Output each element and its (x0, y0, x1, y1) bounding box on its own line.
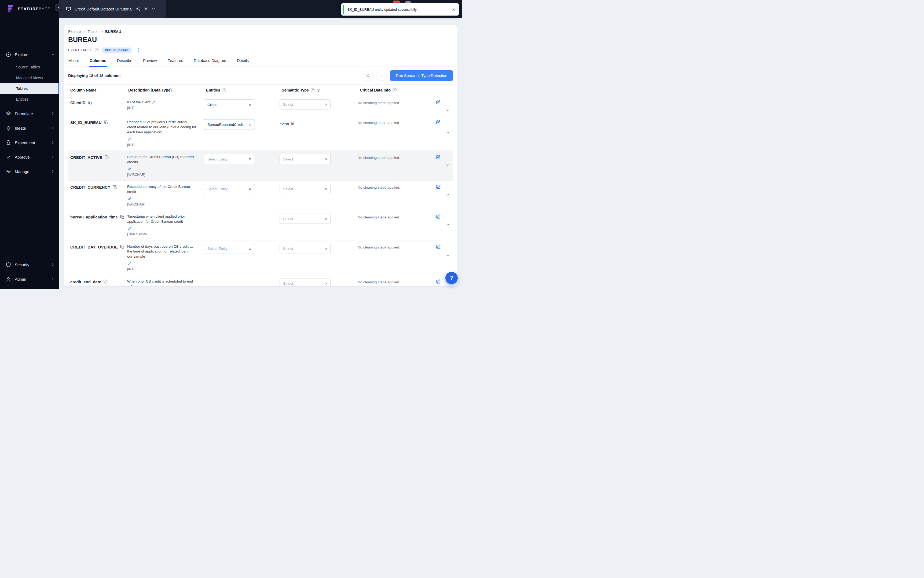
status-badge: PUBLIC_DRAFT (102, 47, 132, 53)
breadcrumb-separator: > (101, 30, 103, 34)
entity-chip[interactable]: Client × (204, 99, 255, 110)
chevron-right-icon (51, 170, 55, 173)
search-button[interactable] (363, 71, 373, 81)
entity-select[interactable]: Select Entity (204, 184, 255, 194)
chevrons-updown-icon (248, 247, 252, 251)
semantic-type-select[interactable]: Select × (280, 99, 331, 109)
edit-description-icon[interactable] (152, 101, 156, 104)
copy-icon[interactable] (105, 155, 109, 160)
chevron-right-icon (51, 263, 55, 266)
sidebar-item-formulate[interactable]: Formulate (0, 106, 59, 121)
critical-data-info: No cleaning steps applied. (358, 151, 428, 163)
help-circle-icon[interactable]: ? (222, 88, 226, 92)
chevron-down-icon[interactable] (446, 222, 450, 227)
chevron-down-icon[interactable] (446, 193, 450, 197)
sidebar-item-ideate[interactable]: Ideate (0, 121, 59, 135)
copy-icon[interactable] (88, 101, 92, 105)
copy-icon[interactable] (104, 120, 109, 125)
sidebar-item-entities[interactable]: Entities (0, 94, 59, 105)
search-icon (366, 73, 370, 78)
semantic-type-select[interactable]: Select × (280, 279, 331, 286)
semantic-type-select[interactable]: Select × (280, 244, 331, 254)
chevron-down-icon[interactable] (446, 108, 450, 112)
edit-row-icon[interactable] (436, 214, 441, 219)
edit-description-icon[interactable] (128, 227, 131, 231)
sidebar-item-manage[interactable]: Manage (0, 164, 59, 179)
copy-icon[interactable] (120, 245, 125, 249)
clear-select-icon[interactable]: × (325, 157, 327, 162)
critical-data-info: No cleaning steps applied. (358, 180, 428, 193)
data-type: [VARCHAR] (127, 172, 197, 177)
chevron-down-icon (51, 53, 55, 56)
table-row: CREDIT_CURRENCY Recoded currency of the … (68, 180, 453, 210)
close-icon[interactable]: × (452, 7, 455, 12)
entity-select[interactable]: Select Entity (204, 244, 255, 254)
edit-row-icon[interactable] (436, 279, 441, 284)
edit-row-icon[interactable] (436, 184, 441, 189)
sidebar-item-explore[interactable]: Explore (0, 47, 59, 62)
tab-columns[interactable]: Columns (89, 56, 107, 67)
remove-entity-icon[interactable]: × (249, 122, 251, 127)
sidebar-item-experiment[interactable]: Experiment (0, 135, 59, 150)
sidebar-item-approve[interactable]: Approve (0, 150, 59, 164)
chevron-down-icon[interactable] (152, 7, 156, 11)
critical-data-info: No cleaning steps applied. (358, 116, 428, 128)
chevron-down-icon[interactable] (446, 253, 450, 258)
edit-description-icon[interactable] (128, 197, 131, 201)
entity-chip[interactable]: BureauReportedCredit × (204, 119, 255, 130)
tab-database-diagram[interactable]: Database Diagram (193, 56, 227, 67)
clear-select-icon[interactable]: × (325, 246, 327, 251)
kebab-menu-icon[interactable]: ⋮ (135, 47, 141, 53)
sidebar-item-admin[interactable]: Admin (0, 272, 59, 286)
clear-select-icon[interactable]: × (325, 102, 327, 107)
column-description: Timestamp when client applied prior appl… (127, 214, 185, 224)
tab-features[interactable]: Features (167, 56, 183, 67)
help-circle-icon[interactable]: ? (392, 88, 397, 92)
copy-icon[interactable] (104, 279, 108, 284)
run-semantic-type-detection-button[interactable]: Run Semantic Type Detection (390, 70, 453, 81)
tab-about[interactable]: About (68, 56, 79, 67)
clear-select-icon[interactable]: × (325, 187, 327, 191)
column-description: Recoded currency of the Credit Bureau cr… (127, 185, 190, 194)
copy-icon[interactable] (113, 185, 117, 190)
tab-details[interactable]: Details (237, 56, 249, 67)
help-button[interactable]: ? (445, 272, 458, 284)
edit-description-icon[interactable] (128, 261, 131, 265)
edit-row-icon[interactable] (436, 154, 441, 159)
edit-row-icon[interactable] (436, 100, 441, 105)
help-circle-icon[interactable]: ? (311, 88, 315, 92)
copy-icon[interactable] (120, 215, 125, 219)
columns-toolbar: Displaying 18 of 18 columns Run Semantic… (68, 70, 453, 81)
edit-description-icon[interactable] (129, 285, 133, 286)
semantic-type-select[interactable]: Select × (280, 214, 331, 224)
semantic-type-select[interactable]: Select × (280, 184, 331, 194)
tab-describe[interactable]: Describe (117, 56, 133, 67)
edit-row-icon[interactable] (436, 120, 441, 125)
sidebar-item-security[interactable]: Security (0, 257, 59, 272)
edit-row-icon[interactable] (436, 244, 441, 249)
breadcrumb-tables[interactable]: Tables (88, 29, 98, 34)
clear-select-icon[interactable]: × (325, 281, 327, 286)
sidebar-item-source-tables[interactable]: Source Tables (0, 62, 59, 73)
chevron-down-icon[interactable] (446, 130, 450, 135)
clear-select-icon[interactable]: × (325, 216, 327, 221)
entity-select[interactable]: Select Entity (204, 154, 255, 164)
filter-icon[interactable] (317, 88, 321, 92)
sidebar-collapse-button[interactable] (55, 3, 63, 11)
tab-preview[interactable]: Preview (143, 56, 157, 67)
breadcrumb-explore[interactable]: Explore (68, 29, 81, 34)
share-icon[interactable] (136, 7, 140, 11)
help-circle-icon[interactable]: ? (95, 48, 99, 52)
chevron-down-icon[interactable] (446, 163, 450, 167)
confirm-button[interactable] (376, 71, 387, 81)
lightbulb-icon (6, 126, 11, 131)
sidebar-item-tables[interactable]: Tables (0, 83, 59, 94)
sidebar-item-managed-views[interactable]: Managed Views (0, 73, 59, 83)
semantic-type-select[interactable]: Select × (280, 154, 331, 164)
detail-tabs: About Columns Describe Preview Features … (68, 56, 453, 67)
breadcrumb-separator: > (83, 30, 85, 34)
remove-entity-icon[interactable]: × (249, 102, 251, 107)
edit-description-icon[interactable] (128, 167, 131, 171)
gear-icon[interactable] (144, 7, 148, 11)
edit-description-icon[interactable] (128, 137, 131, 141)
